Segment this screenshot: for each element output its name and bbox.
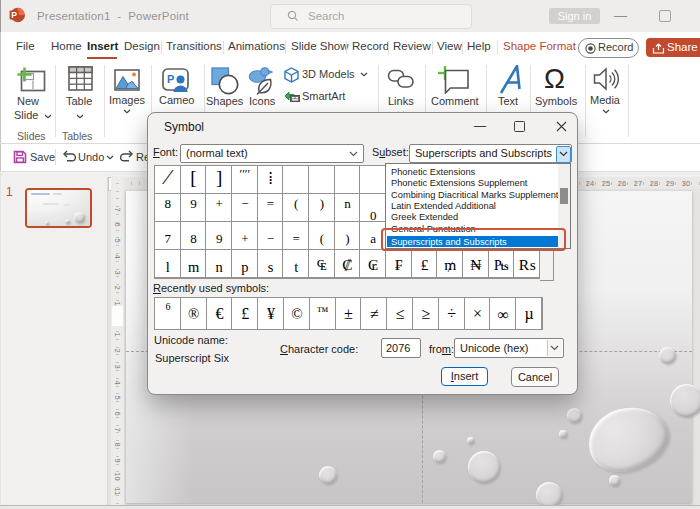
svg-text:P: P (11, 10, 17, 20)
svg-text:P: P (167, 73, 174, 85)
